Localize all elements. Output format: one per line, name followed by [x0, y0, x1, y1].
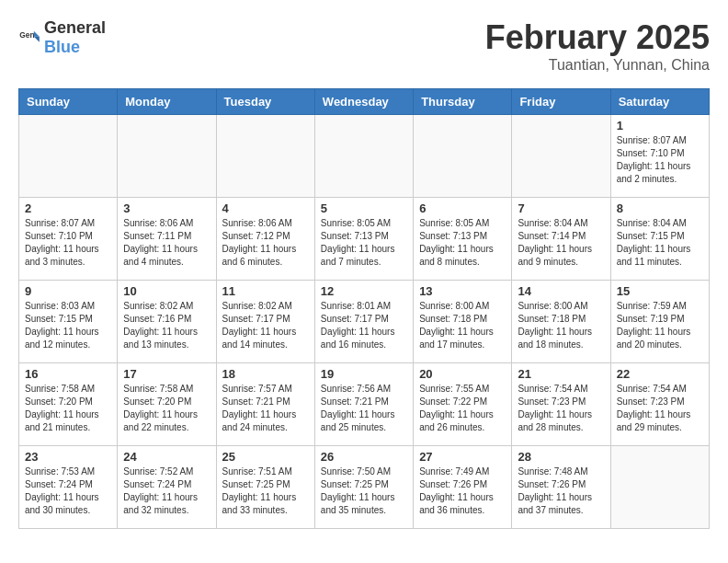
- logo-general: General: [44, 18, 106, 37]
- day-number: 25: [222, 450, 309, 464]
- day-info: Sunrise: 7:49 AM Sunset: 7:26 PM Dayligh…: [419, 465, 506, 517]
- day-number: 2: [25, 201, 111, 215]
- calendar-cell: 13Sunrise: 8:00 AM Sunset: 7:18 PM Dayli…: [414, 281, 512, 363]
- day-number: 27: [419, 450, 506, 464]
- header: Gen General Blue February 2025 Tuantian,…: [18, 18, 710, 74]
- calendar-cell: 26Sunrise: 7:50 AM Sunset: 7:25 PM Dayli…: [314, 446, 413, 529]
- day-number: 11: [222, 284, 309, 298]
- day-number: 20: [419, 367, 506, 381]
- day-info: Sunrise: 7:54 AM Sunset: 7:23 PM Dayligh…: [617, 383, 703, 434]
- logo-wordmark: General Blue: [44, 18, 106, 57]
- calendar-cell: 12Sunrise: 8:01 AM Sunset: 7:17 PM Dayli…: [314, 281, 413, 363]
- week-row-1: 2Sunrise: 8:07 AM Sunset: 7:10 PM Daylig…: [19, 198, 710, 281]
- day-number: 1: [617, 119, 703, 132]
- week-row-4: 23Sunrise: 7:53 AM Sunset: 7:24 PM Dayli…: [19, 446, 710, 529]
- calendar-cell: 8Sunrise: 8:04 AM Sunset: 7:15 PM Daylig…: [610, 198, 709, 281]
- calendar-cell: [216, 115, 314, 198]
- day-number: 5: [321, 201, 407, 215]
- svg-marker-2: [34, 37, 40, 42]
- day-info: Sunrise: 8:01 AM Sunset: 7:17 PM Dayligh…: [321, 300, 407, 351]
- week-row-0: 1Sunrise: 8:07 AM Sunset: 7:10 PM Daylig…: [19, 115, 710, 198]
- day-of-week-tuesday: Tuesday: [216, 89, 314, 115]
- calendar-cell: 28Sunrise: 7:48 AM Sunset: 7:26 PM Dayli…: [512, 446, 610, 529]
- calendar-cell: [512, 115, 610, 198]
- day-info: Sunrise: 7:52 AM Sunset: 7:24 PM Dayligh…: [123, 465, 210, 517]
- day-info: Sunrise: 7:57 AM Sunset: 7:21 PM Dayligh…: [222, 383, 309, 434]
- calendar-header: SundayMondayTuesdayWednesdayThursdayFrid…: [19, 89, 710, 115]
- day-number: 21: [518, 367, 604, 381]
- calendar-cell: 9Sunrise: 8:03 AM Sunset: 7:15 PM Daylig…: [19, 281, 118, 363]
- day-info: Sunrise: 8:05 AM Sunset: 7:13 PM Dayligh…: [321, 217, 407, 269]
- week-row-2: 9Sunrise: 8:03 AM Sunset: 7:15 PM Daylig…: [19, 281, 710, 363]
- calendar-cell: [414, 115, 512, 198]
- day-info: Sunrise: 7:53 AM Sunset: 7:24 PM Dayligh…: [25, 465, 111, 517]
- calendar-cell: 17Sunrise: 7:58 AM Sunset: 7:20 PM Dayli…: [118, 363, 216, 446]
- day-info: Sunrise: 7:51 AM Sunset: 7:25 PM Dayligh…: [222, 465, 309, 517]
- day-number: 13: [419, 284, 506, 298]
- day-info: Sunrise: 7:50 AM Sunset: 7:25 PM Dayligh…: [321, 465, 407, 517]
- day-number: 19: [321, 367, 407, 381]
- day-info: Sunrise: 8:04 AM Sunset: 7:14 PM Dayligh…: [518, 217, 604, 269]
- day-info: Sunrise: 8:06 AM Sunset: 7:12 PM Dayligh…: [222, 217, 309, 269]
- day-number: 24: [123, 450, 210, 464]
- day-info: Sunrise: 8:07 AM Sunset: 7:10 PM Dayligh…: [617, 134, 703, 186]
- calendar-cell: 19Sunrise: 7:56 AM Sunset: 7:21 PM Dayli…: [314, 363, 413, 446]
- day-of-week-friday: Friday: [512, 89, 610, 115]
- month-title: February 2025: [485, 18, 710, 57]
- day-info: Sunrise: 8:07 AM Sunset: 7:10 PM Dayligh…: [25, 217, 111, 269]
- day-number: 15: [617, 284, 703, 298]
- calendar-cell: 10Sunrise: 8:02 AM Sunset: 7:16 PM Dayli…: [118, 281, 216, 363]
- calendar-cell: 14Sunrise: 8:00 AM Sunset: 7:18 PM Dayli…: [512, 281, 610, 363]
- calendar-cell: 24Sunrise: 7:52 AM Sunset: 7:24 PM Dayli…: [118, 446, 216, 529]
- day-of-week-saturday: Saturday: [610, 89, 709, 115]
- day-of-week-thursday: Thursday: [414, 89, 512, 115]
- day-number: 12: [321, 284, 407, 298]
- logo-blue: Blue: [44, 38, 80, 56]
- day-number: 28: [518, 450, 604, 464]
- calendar-cell: 16Sunrise: 7:58 AM Sunset: 7:20 PM Dayli…: [19, 363, 118, 446]
- svg-marker-1: [34, 31, 40, 37]
- day-info: Sunrise: 8:03 AM Sunset: 7:15 PM Dayligh…: [25, 300, 111, 351]
- calendar-cell: 18Sunrise: 7:57 AM Sunset: 7:21 PM Dayli…: [216, 363, 314, 446]
- calendar-table: SundayMondayTuesdayWednesdayThursdayFrid…: [18, 88, 710, 529]
- logo-icon: Gen: [18, 27, 40, 49]
- calendar-cell: 20Sunrise: 7:55 AM Sunset: 7:22 PM Dayli…: [414, 363, 512, 446]
- calendar-cell: [314, 115, 413, 198]
- calendar-cell: 6Sunrise: 8:05 AM Sunset: 7:13 PM Daylig…: [414, 198, 512, 281]
- day-number: 16: [25, 367, 111, 381]
- calendar-body: 1Sunrise: 8:07 AM Sunset: 7:10 PM Daylig…: [19, 115, 710, 529]
- calendar-cell: 7Sunrise: 8:04 AM Sunset: 7:14 PM Daylig…: [512, 198, 610, 281]
- day-info: Sunrise: 7:48 AM Sunset: 7:26 PM Dayligh…: [518, 465, 604, 517]
- day-info: Sunrise: 7:56 AM Sunset: 7:21 PM Dayligh…: [321, 383, 407, 434]
- day-number: 9: [25, 284, 111, 298]
- day-info: Sunrise: 8:06 AM Sunset: 7:11 PM Dayligh…: [123, 217, 210, 269]
- day-of-week-sunday: Sunday: [19, 89, 118, 115]
- calendar-cell: 27Sunrise: 7:49 AM Sunset: 7:26 PM Dayli…: [414, 446, 512, 529]
- day-info: Sunrise: 8:05 AM Sunset: 7:13 PM Dayligh…: [419, 217, 506, 269]
- calendar-cell: 25Sunrise: 7:51 AM Sunset: 7:25 PM Dayli…: [216, 446, 314, 529]
- day-info: Sunrise: 7:58 AM Sunset: 7:20 PM Dayligh…: [123, 383, 210, 434]
- day-number: 23: [25, 450, 111, 464]
- day-info: Sunrise: 7:54 AM Sunset: 7:23 PM Dayligh…: [518, 383, 604, 434]
- location-subtitle: Tuantian, Yunnan, China: [485, 57, 710, 74]
- calendar-cell: 21Sunrise: 7:54 AM Sunset: 7:23 PM Dayli…: [512, 363, 610, 446]
- calendar-cell: 5Sunrise: 8:05 AM Sunset: 7:13 PM Daylig…: [314, 198, 413, 281]
- day-info: Sunrise: 8:00 AM Sunset: 7:18 PM Dayligh…: [419, 300, 506, 351]
- day-number: 14: [518, 284, 604, 298]
- day-number: 26: [321, 450, 407, 464]
- calendar-cell: 22Sunrise: 7:54 AM Sunset: 7:23 PM Dayli…: [610, 363, 709, 446]
- day-number: 22: [617, 367, 703, 381]
- calendar-cell: [118, 115, 216, 198]
- calendar-cell: 1Sunrise: 8:07 AM Sunset: 7:10 PM Daylig…: [610, 115, 709, 198]
- calendar-cell: 3Sunrise: 8:06 AM Sunset: 7:11 PM Daylig…: [118, 198, 216, 281]
- day-number: 18: [222, 367, 309, 381]
- day-info: Sunrise: 8:04 AM Sunset: 7:15 PM Dayligh…: [617, 217, 703, 269]
- day-of-week-wednesday: Wednesday: [314, 89, 413, 115]
- day-number: 17: [123, 367, 210, 381]
- svg-text:Gen: Gen: [19, 30, 34, 40]
- day-of-week-monday: Monday: [118, 89, 216, 115]
- week-row-3: 16Sunrise: 7:58 AM Sunset: 7:20 PM Dayli…: [19, 363, 710, 446]
- calendar-cell: 4Sunrise: 8:06 AM Sunset: 7:12 PM Daylig…: [216, 198, 314, 281]
- day-number: 8: [617, 201, 703, 215]
- day-info: Sunrise: 8:02 AM Sunset: 7:17 PM Dayligh…: [222, 300, 309, 351]
